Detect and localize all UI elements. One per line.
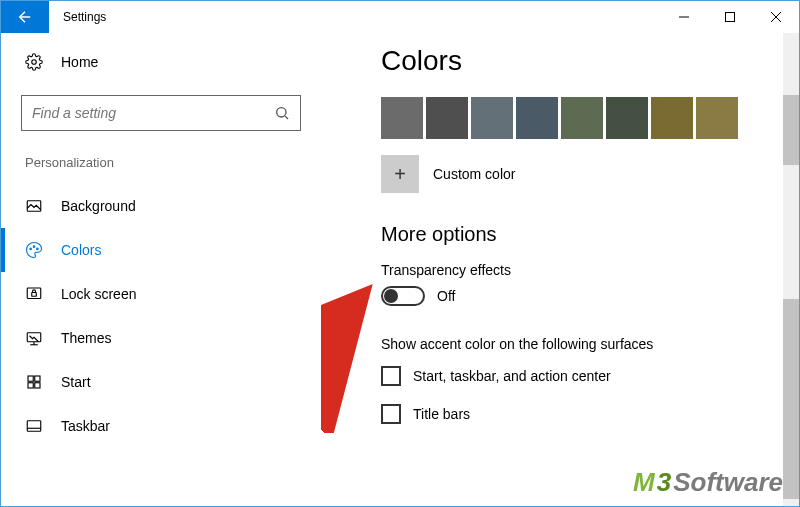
svg-point-5 [33,246,35,248]
svg-point-4 [30,248,32,250]
sidebar-item-label: Colors [61,242,101,258]
sidebar-item-label: Start [61,374,91,390]
home-label: Home [61,54,98,70]
svg-point-1 [32,60,37,65]
svg-rect-14 [27,421,41,432]
section-title: Personalization [21,155,301,170]
transparency-state: Off [437,288,455,304]
maximize-icon [725,12,735,22]
scrollbar-thumb[interactable] [783,95,799,165]
scrollbar[interactable] [783,33,799,506]
search-input[interactable] [32,105,274,121]
color-swatch[interactable] [381,97,423,139]
taskbar-icon [25,417,43,435]
svg-rect-10 [28,376,33,381]
sidebar-item-label: Taskbar [61,418,110,434]
checkbox-titlebar-row[interactable]: Title bars [381,404,789,424]
custom-color-button[interactable]: + [381,155,419,193]
svg-rect-11 [35,376,40,381]
svg-point-2 [277,108,286,117]
checkbox-start[interactable] [381,366,401,386]
color-swatch[interactable] [471,97,513,139]
watermark: M3 Software [633,467,783,498]
minimize-icon [679,12,689,22]
checkbox-start-row[interactable]: Start, taskbar, and action center [381,366,789,386]
watermark-brand-1: M [633,467,655,498]
content-area: Home Personalization Background Colors L… [1,33,799,506]
watermark-brand-3: Software [673,467,783,498]
sidebar-item-start[interactable]: Start [21,360,301,404]
home-button[interactable]: Home [21,53,301,71]
minimize-button[interactable] [661,1,707,33]
close-icon [771,12,781,22]
color-swatches [381,97,789,139]
window-title: Settings [49,1,661,33]
colors-icon [25,241,43,259]
sidebar-item-taskbar[interactable]: Taskbar [21,404,301,448]
svg-rect-8 [32,293,37,297]
background-icon [25,197,43,215]
svg-point-6 [37,248,39,250]
checkbox-titlebar-label: Title bars [413,406,470,422]
sidebar-item-background[interactable]: Background [21,184,301,228]
sidebar-item-colors[interactable]: Colors [21,228,301,272]
svg-rect-0 [726,13,735,22]
close-button[interactable] [753,1,799,33]
color-swatch[interactable] [561,97,603,139]
gear-icon [25,53,43,71]
arrow-left-icon [16,8,34,26]
watermark-brand-2: 3 [657,467,671,498]
start-icon [25,373,43,391]
lock-screen-icon [25,285,43,303]
back-button[interactable] [1,1,49,33]
sidebar: Home Personalization Background Colors L… [1,33,321,506]
main-panel: Colors + Custom color More options Trans… [321,33,799,506]
titlebar: Settings [1,1,799,33]
page-heading: Colors [381,45,789,77]
transparency-toggle[interactable] [381,286,425,306]
themes-icon [25,329,43,347]
plus-icon: + [394,163,406,186]
sidebar-item-lock-screen[interactable]: Lock screen [21,272,301,316]
surfaces-label: Show accent color on the following surfa… [381,336,789,352]
custom-color-label: Custom color [433,166,515,182]
sidebar-item-label: Lock screen [61,286,136,302]
color-swatch[interactable] [696,97,738,139]
svg-line-15 [321,311,349,423]
scrollbar-thumb[interactable] [783,299,799,499]
transparency-label: Transparency effects [381,262,789,278]
sidebar-item-themes[interactable]: Themes [21,316,301,360]
color-swatch[interactable] [426,97,468,139]
checkbox-titlebar[interactable] [381,404,401,424]
toggle-knob [384,289,398,303]
search-box[interactable] [21,95,301,131]
custom-color-row: + Custom color [381,155,789,193]
maximize-button[interactable] [707,1,753,33]
svg-rect-12 [28,383,33,388]
checkbox-start-label: Start, taskbar, and action center [413,368,611,384]
sidebar-item-label: Themes [61,330,112,346]
color-swatch[interactable] [606,97,648,139]
search-icon [274,105,290,121]
transparency-toggle-row: Off [381,286,789,306]
sidebar-item-label: Background [61,198,136,214]
more-options-heading: More options [381,223,789,246]
window-controls [661,1,799,33]
color-swatch[interactable] [651,97,693,139]
color-swatch[interactable] [516,97,558,139]
svg-rect-13 [35,383,40,388]
